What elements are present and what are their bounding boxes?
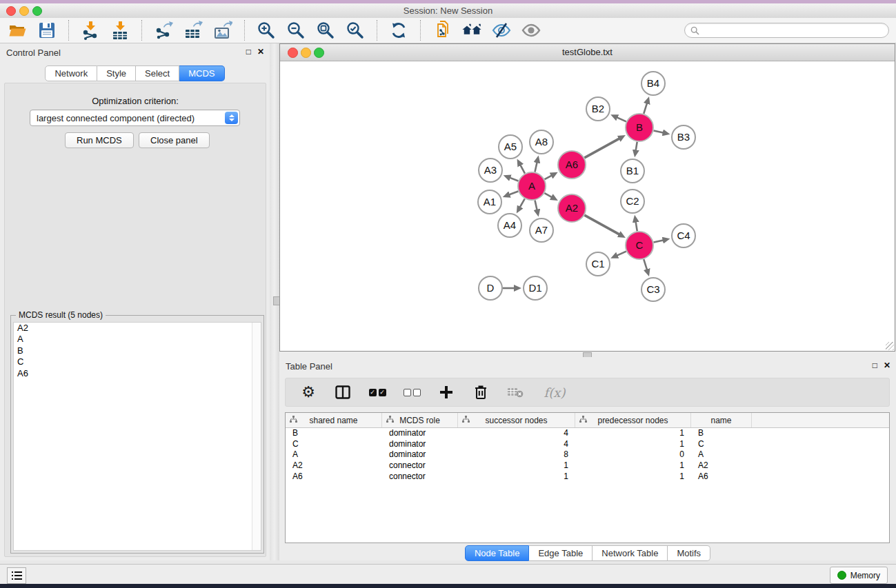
table-cell[interactable]: C [691,439,752,449]
mcds-result-item[interactable]: B [14,345,261,356]
mcds-result-list[interactable]: A2ABCA6 [13,322,261,551]
export-image-icon[interactable] [212,20,233,41]
scrollbar-track[interactable] [252,323,261,550]
table-cell[interactable]: dominator [382,449,458,459]
hide-selected-icon[interactable] [491,20,512,41]
table-cell[interactable]: 1 [575,460,691,470]
graph-edge[interactable] [535,161,537,172]
split-view-icon[interactable] [334,383,352,401]
table-cell[interactable]: 1 [575,428,691,438]
network-canvas[interactable]: B4B2BB3A8A5A6A3B1AA1C2A2A4A7C4CC1C3DD1 [280,61,895,351]
zoom-selected-icon[interactable] [345,20,366,41]
table-cell[interactable]: 4 [458,428,575,438]
column-header-mcds-role[interactable]: MCDS role [382,413,458,427]
new-network-from-selection-icon[interactable] [432,20,452,41]
column-header-name[interactable]: name [691,413,752,427]
minimize-window-button[interactable] [19,6,29,16]
deselect-all-icon[interactable] [403,383,421,401]
tab-select[interactable]: Select [136,65,179,81]
table-cell[interactable]: B [691,428,752,438]
table-cell[interactable]: 1 [458,472,575,481]
graph-edge[interactable] [636,142,637,152]
graph-edge[interactable] [644,103,647,114]
mcds-result-item[interactable]: A2 [14,323,261,334]
run-mcds-button[interactable]: Run MCDS [65,132,134,148]
table-cell[interactable]: A2 [286,460,382,470]
graph-edge[interactable] [509,177,518,181]
add-column-icon[interactable] [437,383,455,401]
export-table-icon[interactable] [183,20,203,41]
table-cell[interactable]: 1 [575,439,691,449]
function-builder-icon[interactable]: f(x) [541,383,568,401]
table-cell[interactable]: dominator [382,439,458,449]
table-row[interactable]: Bdominator41B [286,427,889,438]
table-cell[interactable]: connector [382,460,458,470]
table-cell[interactable]: 4 [458,439,575,449]
column-header-successor-nodes[interactable]: successor nodes [458,413,575,427]
column-header-shared-name[interactable]: shared name [286,413,382,427]
table-cell[interactable]: A6 [691,472,752,481]
graph-edge[interactable] [654,130,664,132]
minimize-network-window-button[interactable] [301,48,311,58]
zoom-fit-icon[interactable] [315,20,336,41]
task-history-button[interactable] [7,567,26,584]
import-table-icon[interactable] [110,20,130,41]
table-cell[interactable]: 1 [575,472,691,481]
table-row[interactable]: Cdominator41C [286,438,889,449]
table-cell[interactable]: connector [382,472,458,481]
table-cell[interactable]: 0 [575,449,691,459]
tab-motifs[interactable]: Motifs [668,545,710,561]
mcds-result-item[interactable]: C [14,356,261,367]
graph-edge[interactable] [584,215,620,234]
tab-network-table[interactable]: Network Table [593,545,668,561]
table-row[interactable]: A2connector11A2 [286,460,889,471]
table-row[interactable]: A6connector11A6 [286,471,889,482]
delete-table-icon[interactable] [506,383,524,401]
close-network-window-button[interactable] [288,48,298,58]
graph-edge[interactable] [520,164,525,173]
refresh-icon[interactable] [388,20,409,41]
import-network-icon[interactable] [80,20,101,41]
table-cell[interactable]: 8 [458,449,575,459]
graph-edge[interactable] [654,240,664,242]
node-table[interactable]: shared name MCDS role successor nodes pr… [285,412,890,543]
table-cell[interactable]: 1 [458,460,575,470]
graph-edge[interactable] [616,117,626,121]
graph-edge[interactable] [544,193,552,197]
open-file-icon[interactable] [7,20,28,41]
mcds-result-item[interactable]: A [14,334,261,345]
table-cell[interactable]: C [286,439,382,449]
save-session-icon[interactable] [37,20,57,41]
graph-edge[interactable] [535,201,537,211]
table-cell[interactable]: A [286,449,382,459]
float-panel-icon[interactable]: □ [246,47,251,57]
column-header-predecessor-nodes[interactable]: predecessor nodes [575,413,691,427]
float-panel-icon[interactable]: □ [873,361,877,370]
export-network-icon[interactable] [153,20,174,41]
graph-edge[interactable] [545,175,552,179]
tab-style[interactable]: Style [97,65,136,81]
zoom-out-icon[interactable] [286,20,306,41]
tab-network[interactable]: Network [45,65,97,81]
close-panel-icon[interactable]: ✕ [884,361,890,370]
tab-node-table[interactable]: Node Table [465,545,530,561]
maximize-network-window-button[interactable] [314,48,324,58]
search-input[interactable] [703,25,883,36]
tab-edge-table[interactable]: Edge Table [529,545,593,561]
zoom-in-icon[interactable] [256,20,277,41]
search-box[interactable] [684,23,889,38]
graph-edge[interactable] [644,259,647,270]
graph-edge[interactable] [584,138,620,157]
table-row[interactable]: Adominator80A [286,449,889,460]
mcds-result-item[interactable]: A6 [14,368,261,379]
table-cell[interactable]: dominator [382,428,458,438]
graph-edge[interactable] [616,252,626,256]
maximize-window-button[interactable] [32,6,42,16]
window-resize-grip[interactable] [886,342,894,350]
close-panel-icon[interactable]: ✕ [257,47,264,57]
graph-edge[interactable] [519,199,525,207]
graph-edge[interactable] [635,221,637,232]
first-neighbors-icon[interactable] [461,20,482,41]
table-cell[interactable]: A6 [286,472,382,481]
graph-edge[interactable] [508,191,518,194]
